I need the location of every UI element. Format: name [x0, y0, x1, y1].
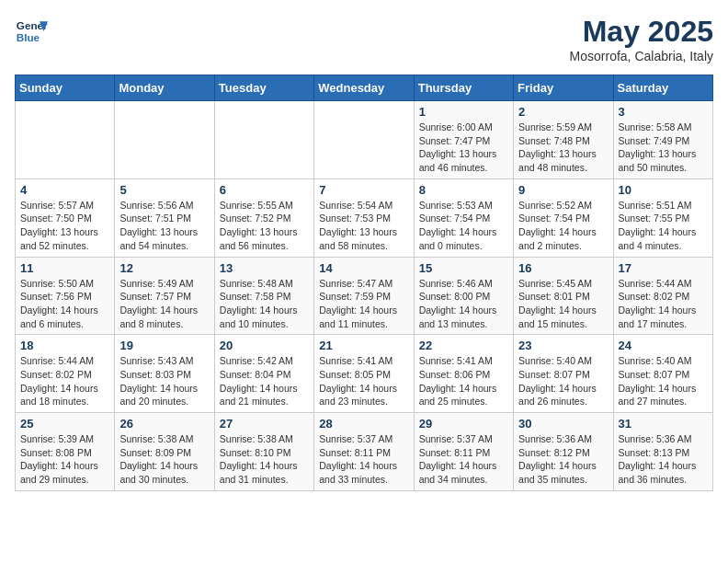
day-info: Sunrise: 5:55 AM Sunset: 7:52 PM Dayligh… — [220, 199, 309, 253]
day-number: 26 — [119, 417, 209, 431]
day-number: 11 — [20, 261, 109, 275]
day-number: 7 — [319, 183, 408, 197]
calendar-cell: 18Sunrise: 5:44 AM Sunset: 8:02 PM Dayli… — [16, 335, 115, 413]
day-number: 17 — [619, 261, 708, 275]
calendar-cell: 9Sunrise: 5:52 AM Sunset: 7:54 PM Daylig… — [514, 178, 613, 257]
calendar-cell: 16Sunrise: 5:45 AM Sunset: 8:01 PM Dayli… — [514, 257, 613, 335]
calendar-cell: 14Sunrise: 5:47 AM Sunset: 7:59 PM Dayli… — [314, 257, 414, 335]
week-row-4: 25Sunrise: 5:39 AM Sunset: 8:08 PM Dayli… — [16, 413, 713, 491]
calendar-cell: 26Sunrise: 5:38 AM Sunset: 8:09 PM Dayli… — [115, 413, 214, 491]
calendar-cell: 22Sunrise: 5:41 AM Sunset: 8:06 PM Dayli… — [414, 335, 513, 413]
page-header: General Blue May 2025 Mosorrofa, Calabri… — [15, 15, 713, 63]
day-number: 27 — [220, 417, 309, 431]
day-info: Sunrise: 5:37 AM Sunset: 8:11 PM Dayligh… — [319, 432, 408, 487]
location: Mosorrofa, Calabria, Italy — [570, 49, 713, 63]
day-number: 13 — [220, 261, 309, 275]
day-number: 25 — [20, 417, 109, 431]
day-info: Sunrise: 5:53 AM Sunset: 7:54 PM Dayligh… — [419, 199, 508, 253]
day-number: 21 — [319, 339, 408, 352]
day-number: 22 — [419, 339, 508, 352]
svg-text:Blue: Blue — [17, 31, 40, 43]
day-info: Sunrise: 5:38 AM Sunset: 8:09 PM Dayligh… — [119, 432, 209, 487]
calendar-cell: 5Sunrise: 5:56 AM Sunset: 7:51 PM Daylig… — [115, 178, 214, 257]
weekday-header-sunday: Sunday — [16, 75, 115, 101]
day-number: 16 — [518, 261, 608, 275]
day-info: Sunrise: 5:42 AM Sunset: 8:04 PM Dayligh… — [220, 354, 309, 408]
calendar-cell: 28Sunrise: 5:37 AM Sunset: 8:11 PM Dayli… — [314, 413, 414, 491]
day-info: Sunrise: 5:49 AM Sunset: 7:57 PM Dayligh… — [119, 277, 209, 331]
calendar-cell: 25Sunrise: 5:39 AM Sunset: 8:08 PM Dayli… — [16, 413, 115, 491]
day-info: Sunrise: 5:41 AM Sunset: 8:06 PM Dayligh… — [419, 354, 508, 408]
calendar-cell: 17Sunrise: 5:44 AM Sunset: 8:02 PM Dayli… — [613, 257, 712, 335]
weekday-header-row: SundayMondayTuesdayWednesdayThursdayFrid… — [16, 75, 713, 101]
weekday-header-monday: Monday — [115, 75, 214, 101]
day-number: 3 — [619, 105, 708, 119]
day-number: 19 — [119, 339, 209, 352]
logo-icon: General Blue — [15, 15, 48, 48]
calendar-cell: 8Sunrise: 5:53 AM Sunset: 7:54 PM Daylig… — [414, 178, 513, 257]
calendar-cell: 30Sunrise: 5:36 AM Sunset: 8:12 PM Dayli… — [514, 413, 613, 491]
day-number: 6 — [220, 183, 309, 197]
day-number: 28 — [319, 417, 408, 431]
day-number: 30 — [518, 417, 608, 431]
day-info: Sunrise: 5:39 AM Sunset: 8:08 PM Dayligh… — [20, 432, 109, 487]
week-row-3: 18Sunrise: 5:44 AM Sunset: 8:02 PM Dayli… — [16, 335, 713, 413]
calendar-cell: 10Sunrise: 5:51 AM Sunset: 7:55 PM Dayli… — [613, 178, 712, 257]
day-info: Sunrise: 5:48 AM Sunset: 7:58 PM Dayligh… — [220, 277, 309, 331]
day-number: 5 — [119, 183, 209, 197]
week-row-2: 11Sunrise: 5:50 AM Sunset: 7:56 PM Dayli… — [16, 257, 713, 335]
calendar-cell: 11Sunrise: 5:50 AM Sunset: 7:56 PM Dayli… — [16, 257, 115, 335]
calendar-cell — [314, 101, 414, 179]
day-info: Sunrise: 5:51 AM Sunset: 7:55 PM Dayligh… — [619, 199, 708, 253]
calendar-cell: 12Sunrise: 5:49 AM Sunset: 7:57 PM Dayli… — [115, 257, 214, 335]
day-info: Sunrise: 5:45 AM Sunset: 8:01 PM Dayligh… — [518, 277, 608, 331]
weekday-header-friday: Friday — [514, 75, 613, 101]
day-number: 2 — [518, 105, 608, 119]
day-info: Sunrise: 5:58 AM Sunset: 7:49 PM Dayligh… — [619, 121, 708, 175]
day-info: Sunrise: 5:47 AM Sunset: 7:59 PM Dayligh… — [319, 277, 408, 331]
calendar-cell: 4Sunrise: 5:57 AM Sunset: 7:50 PM Daylig… — [16, 178, 115, 257]
month-title: May 2025 — [570, 15, 713, 49]
calendar-cell: 29Sunrise: 5:37 AM Sunset: 8:11 PM Dayli… — [414, 413, 513, 491]
calendar-cell: 6Sunrise: 5:55 AM Sunset: 7:52 PM Daylig… — [214, 178, 313, 257]
day-number: 14 — [319, 261, 408, 275]
calendar-cell: 13Sunrise: 5:48 AM Sunset: 7:58 PM Dayli… — [214, 257, 313, 335]
day-number: 1 — [419, 105, 508, 119]
day-number: 23 — [518, 339, 608, 352]
day-info: Sunrise: 5:56 AM Sunset: 7:51 PM Dayligh… — [119, 199, 209, 253]
day-info: Sunrise: 5:36 AM Sunset: 8:12 PM Dayligh… — [518, 432, 608, 487]
weekday-header-tuesday: Tuesday — [214, 75, 313, 101]
weekday-header-saturday: Saturday — [613, 75, 712, 101]
day-info: Sunrise: 5:46 AM Sunset: 8:00 PM Dayligh… — [419, 277, 508, 331]
calendar-cell: 31Sunrise: 5:36 AM Sunset: 8:13 PM Dayli… — [613, 413, 712, 491]
calendar-cell: 21Sunrise: 5:41 AM Sunset: 8:05 PM Dayli… — [314, 335, 414, 413]
day-number: 12 — [119, 261, 209, 275]
day-info: Sunrise: 6:00 AM Sunset: 7:47 PM Dayligh… — [419, 121, 508, 175]
day-info: Sunrise: 5:40 AM Sunset: 8:07 PM Dayligh… — [619, 354, 708, 408]
calendar-cell: 7Sunrise: 5:54 AM Sunset: 7:53 PM Daylig… — [314, 178, 414, 257]
day-number: 8 — [419, 183, 508, 197]
calendar-cell: 19Sunrise: 5:43 AM Sunset: 8:03 PM Dayli… — [115, 335, 214, 413]
day-info: Sunrise: 5:43 AM Sunset: 8:03 PM Dayligh… — [119, 354, 209, 408]
calendar-cell — [214, 101, 313, 179]
day-info: Sunrise: 5:38 AM Sunset: 8:10 PM Dayligh… — [220, 432, 309, 487]
calendar-cell: 15Sunrise: 5:46 AM Sunset: 8:00 PM Dayli… — [414, 257, 513, 335]
day-info: Sunrise: 5:57 AM Sunset: 7:50 PM Dayligh… — [20, 199, 109, 253]
day-number: 10 — [619, 183, 708, 197]
calendar-table: SundayMondayTuesdayWednesdayThursdayFrid… — [15, 75, 713, 491]
day-info: Sunrise: 5:44 AM Sunset: 8:02 PM Dayligh… — [619, 277, 708, 331]
logo: General Blue — [15, 15, 48, 48]
day-number: 9 — [518, 183, 608, 197]
title-block: May 2025 Mosorrofa, Calabria, Italy — [570, 15, 713, 63]
day-info: Sunrise: 5:59 AM Sunset: 7:48 PM Dayligh… — [518, 121, 608, 175]
day-info: Sunrise: 5:41 AM Sunset: 8:05 PM Dayligh… — [319, 354, 408, 408]
calendar-cell — [115, 101, 214, 179]
calendar-cell: 2Sunrise: 5:59 AM Sunset: 7:48 PM Daylig… — [514, 101, 613, 179]
day-number: 31 — [619, 417, 708, 431]
day-number: 15 — [419, 261, 508, 275]
weekday-header-thursday: Thursday — [414, 75, 513, 101]
week-row-0: 1Sunrise: 6:00 AM Sunset: 7:47 PM Daylig… — [16, 101, 713, 179]
calendar-body: 1Sunrise: 6:00 AM Sunset: 7:47 PM Daylig… — [16, 101, 713, 491]
day-info: Sunrise: 5:37 AM Sunset: 8:11 PM Dayligh… — [419, 432, 508, 487]
day-number: 29 — [419, 417, 508, 431]
